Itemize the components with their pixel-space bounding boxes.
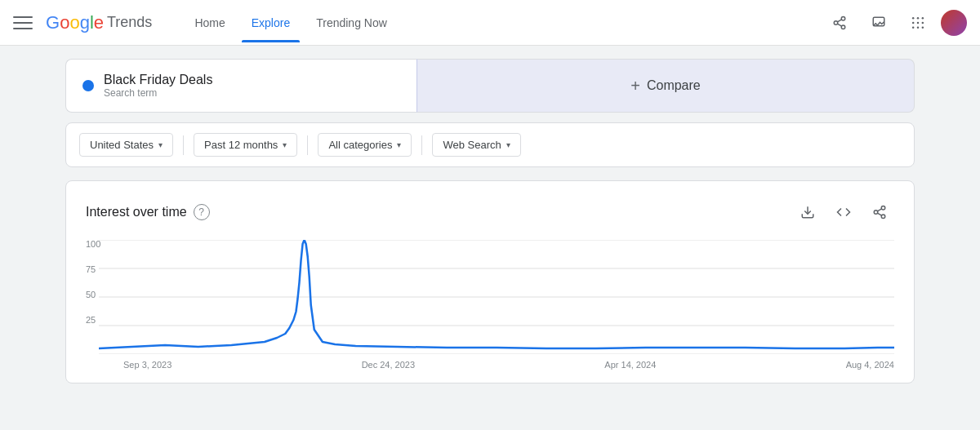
chart-plot-area: Sep 3, 2023 Dec 24, 2023 Apr 14, 2024 Au… xyxy=(86,240,894,370)
y-label-50: 50 xyxy=(86,290,100,299)
x-label-apr: Apr 14, 2024 xyxy=(604,360,656,370)
country-filter[interactable]: United States ▾ xyxy=(79,133,173,157)
apps-icon[interactable] xyxy=(902,7,934,39)
filter-divider-1 xyxy=(183,135,184,155)
chart-body: 100 75 50 25 0 xyxy=(86,240,894,370)
chevron-down-icon: ▾ xyxy=(397,140,401,149)
compare-plus-icon: + xyxy=(630,77,640,95)
svg-point-0 xyxy=(841,16,845,20)
interest-chart xyxy=(99,240,894,354)
chart-section: Interest over time ? xyxy=(65,180,915,383)
search-type-label: Web Search xyxy=(443,139,501,151)
country-label: United States xyxy=(90,139,154,151)
x-label-aug: Aug 4, 2024 xyxy=(846,360,894,370)
chart-actions xyxy=(793,197,894,227)
search-term-box: Black Friday Deals Search term xyxy=(65,59,416,113)
chart-title-area: Interest over time ? xyxy=(86,204,210,220)
app-header: Google Trends Home Explore Trending Now xyxy=(0,0,980,46)
header-right xyxy=(823,7,967,39)
y-axis-labels: 100 75 50 25 0 xyxy=(86,240,100,353)
svg-point-10 xyxy=(917,21,920,24)
x-label-sep: Sep 3, 2023 xyxy=(123,360,172,370)
share-icon[interactable] xyxy=(823,7,856,39)
category-label: All categories xyxy=(328,139,392,151)
main-content: Black Friday Deals Search term + Compare… xyxy=(0,46,980,397)
chart-header: Interest over time ? xyxy=(86,197,894,227)
logo: Google Trends xyxy=(46,12,152,33)
chart-share-icon[interactable] xyxy=(865,197,894,227)
chart-title: Interest over time xyxy=(86,205,187,219)
y-label-25: 25 xyxy=(86,316,100,325)
compare-box[interactable]: + Compare xyxy=(416,59,915,113)
svg-line-4 xyxy=(837,19,841,21)
chevron-down-icon: ▾ xyxy=(506,140,510,149)
svg-point-11 xyxy=(922,21,924,24)
term-color-indicator xyxy=(82,80,94,91)
svg-point-17 xyxy=(874,211,878,215)
svg-point-6 xyxy=(912,16,915,19)
svg-point-18 xyxy=(881,215,885,219)
menu-icon[interactable] xyxy=(13,13,33,33)
trends-wordmark: Trends xyxy=(107,14,152,31)
download-icon[interactable] xyxy=(793,197,822,227)
svg-point-16 xyxy=(881,206,885,211)
google-wordmark: Google xyxy=(46,12,104,33)
embed-icon[interactable] xyxy=(829,197,858,227)
chevron-down-icon: ▾ xyxy=(283,140,287,149)
svg-point-12 xyxy=(912,26,915,29)
header-left: Google Trends Home Explore Trending Now xyxy=(13,10,397,36)
svg-point-8 xyxy=(922,16,924,19)
svg-point-2 xyxy=(841,25,845,29)
help-icon[interactable]: ? xyxy=(194,204,210,220)
chevron-down-icon: ▾ xyxy=(158,140,163,149)
main-nav: Home Explore Trending Now xyxy=(185,10,396,36)
time-range-label: Past 12 months xyxy=(204,139,278,151)
search-type-filter[interactable]: Web Search ▾ xyxy=(432,133,520,157)
nav-explore[interactable]: Explore xyxy=(242,10,300,36)
user-avatar[interactable] xyxy=(941,10,967,36)
search-term-type: Search term xyxy=(104,87,212,99)
nav-home[interactable]: Home xyxy=(185,10,234,36)
search-area: Black Friday Deals Search term + Compare xyxy=(65,59,915,113)
svg-point-14 xyxy=(922,26,924,29)
svg-line-20 xyxy=(877,209,881,211)
filter-divider-3 xyxy=(421,135,422,155)
svg-point-9 xyxy=(912,21,915,24)
svg-point-1 xyxy=(834,20,838,24)
y-label-100: 100 xyxy=(86,240,100,249)
search-term-name: Black Friday Deals xyxy=(104,73,212,87)
x-axis-labels: Sep 3, 2023 Dec 24, 2023 Apr 14, 2024 Au… xyxy=(99,357,894,370)
filter-divider-2 xyxy=(307,135,308,155)
svg-line-3 xyxy=(837,24,841,26)
filters-bar: United States ▾ Past 12 months ▾ All cat… xyxy=(65,122,915,167)
y-label-75: 75 xyxy=(86,265,100,274)
feedback-icon[interactable] xyxy=(862,7,895,39)
category-filter[interactable]: All categories ▾ xyxy=(318,133,412,157)
svg-point-7 xyxy=(917,16,920,19)
nav-trending-now[interactable]: Trending Now xyxy=(306,10,397,36)
svg-line-19 xyxy=(877,213,881,215)
svg-point-13 xyxy=(917,26,920,29)
compare-label: Compare xyxy=(647,78,701,93)
term-info: Black Friday Deals Search term xyxy=(104,73,212,99)
x-label-dec: Dec 24, 2023 xyxy=(362,360,415,370)
time-range-filter[interactable]: Past 12 months ▾ xyxy=(194,133,297,157)
